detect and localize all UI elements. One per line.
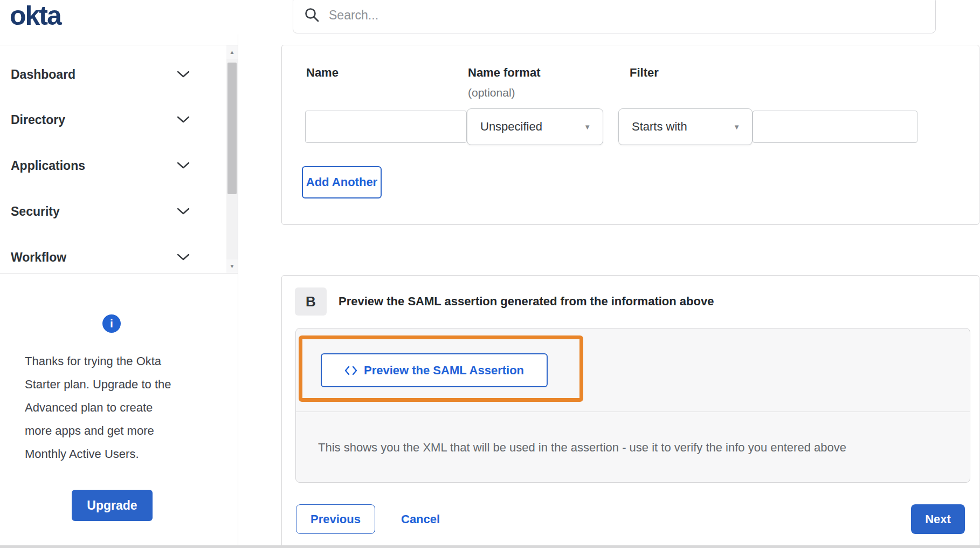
name-format-optional-label: (optional) <box>468 86 515 99</box>
okta-logo: okta <box>10 0 61 31</box>
code-icon <box>344 366 357 375</box>
chevron-down-icon <box>177 254 190 261</box>
chevron-down-icon <box>177 116 190 124</box>
scroll-down-arrow[interactable]: ▼ <box>226 259 238 273</box>
filter-selected-value: Starts with <box>632 120 687 134</box>
sidebar-item-workflow[interactable]: Workflow <box>0 244 221 271</box>
scroll-up-arrow[interactable]: ▲ <box>226 45 238 59</box>
chevron-down-icon <box>177 71 190 78</box>
dropdown-caret-icon: ▼ <box>584 123 591 131</box>
filter-value-input[interactable] <box>753 111 917 143</box>
previous-button[interactable]: Previous <box>296 504 375 534</box>
chevron-down-icon <box>177 162 190 169</box>
preview-saml-assertion-button[interactable]: Preview the SAML Assertion <box>321 353 548 387</box>
sidebar-divider <box>238 35 238 545</box>
attribute-name-input[interactable] <box>305 111 467 143</box>
sidebar-item-label: Dashboard <box>11 67 75 82</box>
upgrade-button[interactable]: Upgrade <box>72 490 153 521</box>
step-b-badge: B <box>295 287 327 316</box>
sidebar-item-directory[interactable]: Directory <box>0 106 221 133</box>
preview-description: This shows you the XML that will be used… <box>318 441 846 455</box>
sidebar-item-applications[interactable]: Applications <box>0 152 221 179</box>
sidebar-item-label: Directory <box>11 113 65 127</box>
global-search[interactable] <box>293 0 936 33</box>
filter-type-select[interactable]: Starts with ▼ <box>618 108 753 145</box>
sidebar-item-label: Workflow <box>11 250 66 265</box>
preview-panel-top: Preview the SAML Assertion <box>296 328 970 412</box>
info-icon: i <box>102 314 121 333</box>
menu-top-border <box>0 45 238 45</box>
sidebar-item-dashboard[interactable]: Dashboard <box>0 61 221 88</box>
cancel-button[interactable]: Cancel <box>401 504 440 534</box>
name-format-selected-value: Unspecified <box>480 120 542 134</box>
saml-preview-panel: Preview the SAML Assertion This shows yo… <box>295 328 970 483</box>
search-input[interactable] <box>329 4 868 26</box>
name-format-select[interactable]: Unspecified ▼ <box>467 108 603 145</box>
filter-column-label: Filter <box>630 66 659 80</box>
sidebar-item-security[interactable]: Security <box>0 198 221 225</box>
chevron-down-icon <box>177 208 190 215</box>
sidebar-scrollbar-thumb[interactable] <box>227 63 237 194</box>
section-b-header: B Preview the SAML assertion generated f… <box>295 287 714 316</box>
name-column-label: Name <box>306 66 339 80</box>
name-format-column-label: Name format <box>468 66 540 80</box>
preview-saml-button-label: Preview the SAML Assertion <box>364 364 524 378</box>
sidebar-item-label: Applications <box>11 159 85 173</box>
add-another-button[interactable]: Add Another <box>302 166 382 198</box>
section-b-title: Preview the SAML assertion generated fro… <box>339 294 714 309</box>
bottom-scrollbar-strip <box>0 545 980 548</box>
upgrade-note: Thanks for trying the Okta Starter plan.… <box>25 350 177 465</box>
preview-panel-bottom: This shows you the XML that will be used… <box>296 412 970 483</box>
dropdown-caret-icon: ▼ <box>733 123 740 131</box>
search-icon <box>304 7 320 23</box>
okta-admin-console: okta Dashboard Directory Applications Se… <box>0 0 980 548</box>
next-button[interactable]: Next <box>911 504 965 534</box>
sidebar-item-label: Security <box>11 204 60 219</box>
menu-bottom-border <box>0 273 238 273</box>
